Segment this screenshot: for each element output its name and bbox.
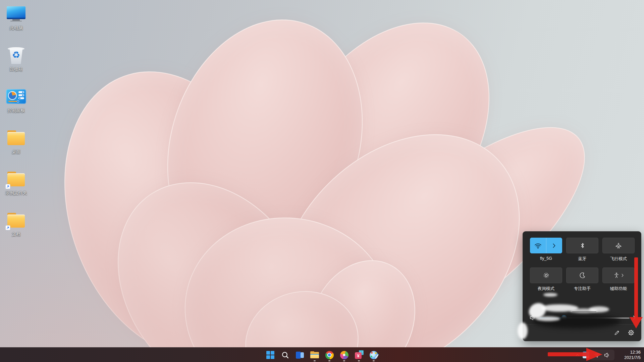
settings-button[interactable] <box>625 327 637 339</box>
wifi-tile[interactable] <box>530 238 562 253</box>
network-volume-tray-button[interactable] <box>590 350 614 360</box>
hidden-icons-chevron[interactable] <box>574 353 581 358</box>
search-icon <box>281 351 289 359</box>
running-indicator <box>314 360 316 361</box>
airplane-mode-tile[interactable] <box>602 238 635 253</box>
taskbar-center-buttons: ¥ <box>263 348 381 362</box>
system-tray: 12:36 2021/7/5 <box>574 348 644 362</box>
desktop-icon-label: 文档 <box>1 232 32 237</box>
quick-settings-footer <box>523 324 641 341</box>
airplane-icon <box>615 243 622 249</box>
desktop-icon-recycle-bin[interactable]: ♻ 回收站 <box>1 45 32 72</box>
tile-label: 蓝牙 <box>566 256 598 262</box>
chevron-right-icon <box>622 274 624 277</box>
shortcut-arrow-icon <box>5 184 10 189</box>
edit-quick-settings-button[interactable] <box>611 327 623 339</box>
night-mode-tile[interactable] <box>530 267 562 283</box>
running-indicator <box>358 360 360 361</box>
night-light-icon <box>543 272 549 279</box>
wallpaper-petal <box>231 86 568 362</box>
speaker-icon[interactable] <box>530 315 536 320</box>
chrome-button[interactable] <box>322 348 337 362</box>
focus-assist-tile[interactable] <box>566 267 598 283</box>
file-explorer-icon <box>310 351 319 359</box>
search-button[interactable] <box>278 348 292 362</box>
pencil-icon <box>614 330 620 336</box>
taskbar: ¥ 12:36 2021 <box>0 347 644 362</box>
focus-moon-icon <box>579 272 586 279</box>
start-button[interactable] <box>263 348 278 362</box>
wallpaper-petal <box>239 0 532 298</box>
bluetooth-tile[interactable] <box>566 238 598 253</box>
wifi-icon <box>594 352 600 358</box>
wallpaper-petal <box>290 243 435 362</box>
desktop-icon-sample-folder[interactable]: 示例文件夹 <box>1 168 32 196</box>
volume-row <box>530 312 636 323</box>
windows-start-icon <box>266 351 274 359</box>
volume-slider-fill <box>540 317 564 319</box>
chevron-right-icon <box>633 315 636 320</box>
wallpaper-petal <box>26 41 323 362</box>
wifi-network-chevron[interactable] <box>546 238 562 253</box>
wallpaper-petal <box>170 201 407 362</box>
accessibility-tile[interactable] <box>602 267 635 283</box>
tile-label: 夜间模式 <box>530 286 562 292</box>
desktop-icon-label: 示例文件夹 <box>1 191 32 196</box>
bluetooth-icon <box>580 243 585 248</box>
wifi-icon <box>534 243 542 249</box>
paint-button[interactable] <box>366 348 381 362</box>
wallpaper-petal <box>78 145 352 362</box>
windows-desktop: 此电脑 ♻ 回收站 控制面板 桌面 示例文件夹 <box>0 0 644 362</box>
running-indicator <box>343 360 345 361</box>
speaker-icon <box>604 353 610 358</box>
desktop-icon-documents-folder[interactable]: 文档 <box>1 209 32 237</box>
running-indicator <box>373 360 375 361</box>
control-panel-icon <box>6 89 26 104</box>
clock[interactable]: 12:36 2021/7/5 <box>616 350 641 361</box>
desktop-icon-label: 控制面板 <box>1 108 32 113</box>
this-pc-icon <box>7 6 25 22</box>
chrome-icon <box>325 351 334 359</box>
ime-blue-icon[interactable] <box>583 352 589 358</box>
shortcut-arrow-icon <box>5 225 10 230</box>
quick-settings-panel: fly_5G 蓝牙 飞行模式 夜间模式 <box>523 231 641 341</box>
yuan-pay-app-button[interactable]: ¥ <box>352 348 366 362</box>
clock-date: 2021/7/5 <box>616 355 641 360</box>
tile-label: 飞行模式 <box>602 256 635 262</box>
yuan-pay-app-icon: ¥ <box>355 351 363 359</box>
desktop-icon-control-panel[interactable]: 控制面板 <box>1 86 32 113</box>
desktop-icon-desktop-folder[interactable]: 桌面 <box>1 127 32 155</box>
wifi-toggle[interactable] <box>530 238 546 253</box>
paint-icon <box>370 351 378 359</box>
desktop-icon-label: 桌面 <box>1 149 32 155</box>
task-view-button[interactable] <box>292 348 307 362</box>
wallpaper-petal <box>136 0 393 294</box>
folder-icon <box>6 130 26 146</box>
desktop-icon-label: 回收站 <box>1 67 32 72</box>
volume-output-chevron[interactable] <box>633 315 636 320</box>
running-indicator <box>328 360 330 361</box>
clock-time: 12:36 <box>616 350 641 355</box>
chevron-right-icon <box>553 243 555 248</box>
tile-label: 辅助功能 <box>602 286 635 292</box>
pinwheel-browser-icon <box>340 351 348 359</box>
gear-icon <box>628 329 634 336</box>
desktop-icon-label: 此电脑 <box>1 26 32 31</box>
pinwheel-browser-button[interactable] <box>337 348 352 362</box>
task-view-icon <box>296 352 304 359</box>
recycle-bin-icon: ♻ <box>8 46 24 65</box>
desktop-icon-this-pc[interactable]: 此电脑 <box>1 3 32 31</box>
wifi-ssid-label: fly_5G <box>530 256 562 261</box>
file-explorer-button[interactable] <box>307 348 322 362</box>
volume-slider-thumb[interactable] <box>561 315 567 321</box>
volume-slider[interactable] <box>540 315 630 321</box>
tile-label: 专注助手 <box>566 286 598 292</box>
accessibility-icon <box>613 273 620 279</box>
